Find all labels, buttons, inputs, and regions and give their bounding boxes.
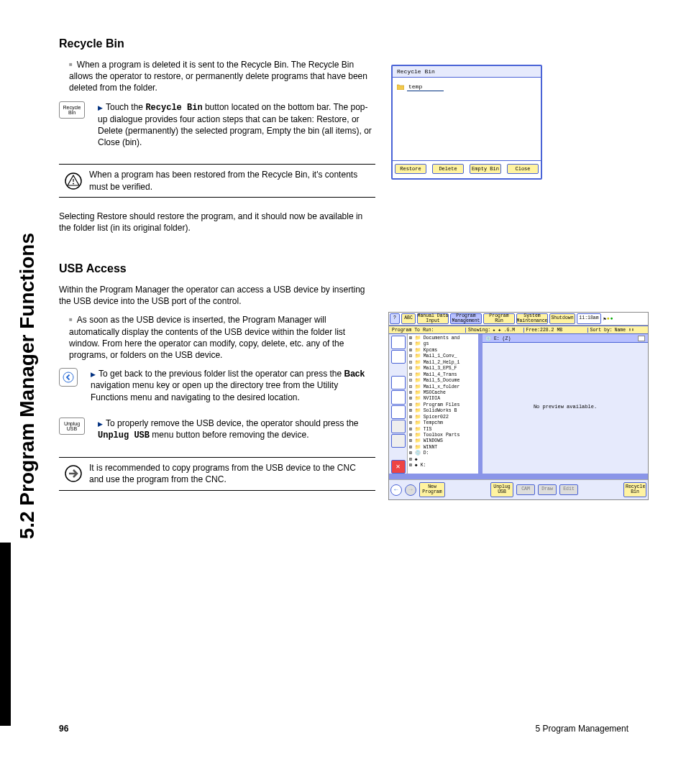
tree-item[interactable]: ⊟ 📁 Mail_3_EPS_F <box>409 366 477 372</box>
delete-button[interactable]: Delete <box>432 164 464 174</box>
tool-icon-7[interactable] <box>391 434 406 448</box>
folder-icon <box>397 82 404 92</box>
dot-green-icon: ● <box>610 316 613 321</box>
tool-icon-6[interactable] <box>391 420 406 433</box>
status-bar: Program To Run: Showing: ★ ✚ .G.M Free:2… <box>389 326 648 334</box>
abc-button[interactable]: ABC <box>401 313 416 324</box>
triangle-bullet-icon: ▶ <box>91 371 96 378</box>
scrollbar-h[interactable] <box>389 474 648 479</box>
tree-item[interactable]: ⊞ 📁 gs <box>409 341 477 347</box>
bottom-toolbar: ← → New Program Unplug USB CAM Draw Edit… <box>389 479 648 499</box>
back-nav-button[interactable]: ← <box>390 484 402 496</box>
preview-pane: 💿 E: (Z) No preview available. <box>483 334 648 474</box>
unplug-usb-button[interactable]: Unplug USB <box>490 482 513 497</box>
recycle-bin-p2: Selecting Restore should restore the pro… <box>59 211 375 234</box>
recycle-bin-intro: When a program is deleted it is sent to … <box>69 59 375 94</box>
restore-button[interactable]: Restore <box>395 164 426 174</box>
unplug-usb-key: Unplug USB <box>59 418 85 435</box>
usb-access-heading: USB Access <box>59 262 375 275</box>
clock: 11:18am <box>577 313 601 324</box>
delete-x-icon[interactable]: ✕ <box>391 460 406 474</box>
tool-icon-5[interactable] <box>391 405 406 419</box>
tree-item[interactable]: ⊞ 📁 NVIDIA <box>409 396 477 402</box>
recycle-bin-dialog: Recycle Bin temp Restore Delete Empty Bi… <box>391 65 542 180</box>
usb-step2: ▶To properly remove the USB device, the … <box>98 418 375 441</box>
warning-icon <box>65 172 82 190</box>
forward-nav-button[interactable]: → <box>405 484 416 496</box>
tool-icon-3[interactable] <box>391 376 406 389</box>
warning-note: When a program has been restored from th… <box>59 164 375 197</box>
recycle-bin-button[interactable]: Recycle Bin <box>623 482 646 497</box>
tree-item[interactable]: ⊞ ◆ K: <box>409 463 477 469</box>
tree-item[interactable]: ⊞ 📁 Spicer022 <box>409 415 477 420</box>
preview-head: 💿 E: (Z) <box>483 334 648 343</box>
new-program-button[interactable]: New Program <box>419 482 445 497</box>
tree-item[interactable]: ⊞ 📁 Tempchm <box>409 420 477 426</box>
close-button[interactable]: Close <box>507 164 539 174</box>
folder-tree[interactable]: ⊞ 📁 Documents and⊞ 📁 gs⊞ 📁 Kpcms⊟ 📁 Mail… <box>408 334 483 474</box>
recycle-bin-heading: Recycle Bin <box>59 37 375 50</box>
tree-item[interactable]: ⊟ 📁 Mail_x_folder <box>409 384 477 390</box>
tree-item[interactable]: ⊟ 📁 Mail_5_Docume <box>409 378 477 384</box>
tree-item[interactable]: ⊞ 📁 TIS <box>409 427 477 433</box>
tool-icon-1[interactable] <box>391 336 406 349</box>
svg-point-2 <box>73 183 74 184</box>
tool-icon-2[interactable] <box>391 350 406 364</box>
tree-item[interactable]: ⊞ 📁 WINDOWS <box>409 438 477 444</box>
tree-item[interactable]: ⊞ 📁 SolidWorks B <box>409 408 477 414</box>
info-note: It is recommended to copy programs from … <box>59 457 375 490</box>
system-maintenance-tab[interactable]: System Maintenance <box>516 313 548 324</box>
triangle-bullet-icon: ▶ <box>98 104 103 111</box>
usb-step1: ▶To get back to the previous folder list… <box>91 368 375 403</box>
dot-yellow-icon: ● <box>607 316 610 321</box>
recycle-bin-step1: ▶Touch the Recycle Bin button located on… <box>98 101 375 149</box>
program-management-tab[interactable]: Program Management <box>450 313 482 324</box>
tree-item[interactable]: ⊟ 📁 Mail_1_Conv_ <box>409 354 477 359</box>
page-number: 96 <box>59 724 68 734</box>
dialog-title: Recycle Bin <box>393 66 541 78</box>
usb-p1: Within the Program Manager the operator … <box>59 284 375 307</box>
page-tab <box>0 543 11 726</box>
side-heading: 5.2 Program Manager Functions <box>13 36 42 539</box>
status-icons: ⚑ ● ● <box>602 313 615 325</box>
svg-point-3 <box>63 372 73 382</box>
program-manager-screen: ? ABC Manual Data Input Program Manageme… <box>388 312 649 500</box>
mdi-tab[interactable]: Manual Data Input <box>417 313 449 324</box>
triangle-bullet-icon: ▶ <box>98 420 103 428</box>
tree-item[interactable]: ⊞ 📁 Program Files <box>409 402 477 408</box>
page-footer: 96 5 Program Management <box>59 724 628 734</box>
file-entry[interactable]: temp <box>397 82 536 92</box>
top-menubar: ? ABC Manual Data Input Program Manageme… <box>389 313 648 326</box>
back-key <box>59 368 78 387</box>
usb-p2: As soon as the USB device is inserted, t… <box>69 314 375 361</box>
back-arrow-icon <box>63 372 74 383</box>
sidebar-toolbar: ✕ <box>389 334 408 474</box>
draw-button[interactable]: Draw <box>538 484 557 495</box>
edit-button[interactable]: Edit <box>559 484 578 495</box>
arrow-right-icon <box>65 465 82 482</box>
tree-item[interactable]: ⊟ 📁 Mail_4_Trans <box>409 372 477 378</box>
program-run-tab[interactable]: Program Run <box>483 313 515 324</box>
filter-icons: ★ ✚ .G.M <box>493 327 523 333</box>
recycle-bin-key: Recycle Bin <box>59 101 85 119</box>
cam-button[interactable]: CAM <box>516 484 535 495</box>
tree-item[interactable]: ⊞ 💿 D: <box>409 451 477 456</box>
chapter-title: 5 Program Management <box>536 724 628 734</box>
empty-bin-button[interactable]: Empty Bin <box>470 164 501 174</box>
tree-item[interactable]: ⊟ 📁 Mail_2_Help_1 <box>409 360 477 366</box>
tool-icon-4[interactable] <box>391 390 406 404</box>
flag-icon: ⚑ <box>603 316 606 322</box>
help-button[interactable]: ? <box>390 313 400 324</box>
refresh-icon[interactable] <box>638 336 645 341</box>
tree-item[interactable]: ⊞ ◆ <box>409 457 477 463</box>
shutdown-button[interactable]: Shutdown <box>549 313 575 324</box>
